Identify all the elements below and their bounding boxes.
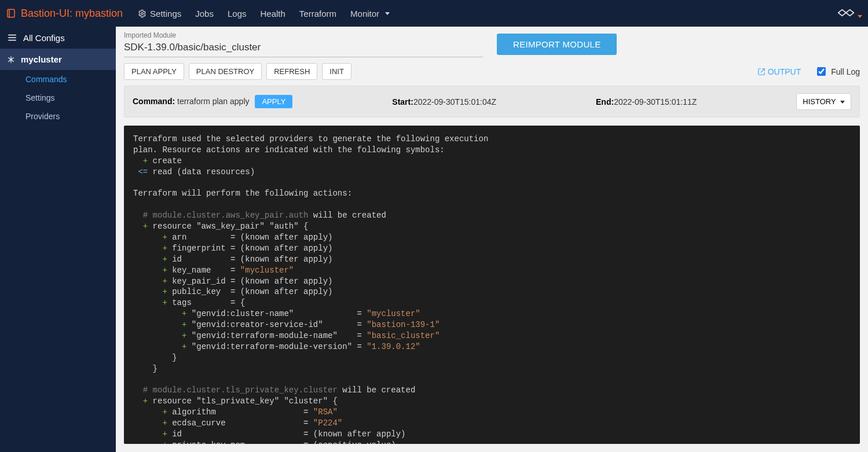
asterisk-icon — [7, 56, 15, 64]
nav-terraform[interactable]: Terraform — [292, 0, 343, 27]
command-field: Command: terraform plan apply APPLY — [133, 95, 292, 108]
svg-rect-0 — [8, 9, 14, 17]
history-button[interactable]: HISTORY — [796, 93, 851, 110]
main-panel: Imported Module SDK-1.39.0/basic/basic_c… — [116, 27, 868, 452]
svg-point-2 — [141, 12, 144, 14]
sidebar-item-all-configs[interactable]: All Configs — [0, 27, 116, 49]
command-value: terraform plan apply — [177, 97, 250, 106]
brand-link[interactable]: Bastion-UI: mybastion — [6, 8, 123, 20]
module-label: Imported Module — [124, 31, 483, 39]
chevron-down-icon — [385, 12, 390, 15]
brand-icon — [6, 8, 16, 19]
module-path[interactable]: SDK-1.39.0/basic/basic_cluster — [124, 39, 483, 57]
output-link[interactable]: OUTPUT — [757, 67, 801, 76]
list-icon — [7, 32, 17, 43]
terraform-log[interactable]: Terraform used the selected providers to… — [124, 126, 860, 444]
start-value: 2022-09-30T15:01:04Z — [413, 97, 496, 106]
nav-monitor[interactable]: Monitor — [343, 0, 397, 27]
end-field: End:2022-09-30T15:01:11Z — [596, 97, 697, 106]
nav-health-label: Health — [261, 9, 285, 19]
start-field: Start:2022-09-30T15:01:04Z — [392, 97, 496, 106]
nav-settings-label: Settings — [150, 9, 181, 19]
output-link-label: OUTPUT — [768, 67, 801, 76]
end-label: End: — [596, 97, 614, 106]
refresh-button[interactable]: REFRESH — [266, 63, 317, 80]
sidebar-all-configs-label: All Configs — [23, 33, 65, 43]
nav-terraform-label: Terraform — [299, 9, 336, 19]
plan-destroy-button[interactable]: PLAN DESTROY — [189, 63, 262, 80]
init-button[interactable]: INIT — [322, 63, 351, 80]
terraform-log-content: Terraform used the selected providers to… — [124, 126, 860, 444]
vendor-logo[interactable] — [837, 6, 862, 21]
nav-health[interactable]: Health — [254, 0, 292, 27]
sidebar-sub-commands[interactable]: Commands — [0, 70, 116, 89]
nav-jobs[interactable]: Jobs — [188, 0, 221, 27]
plan-apply-button[interactable]: PLAN APPLY — [124, 63, 184, 80]
full-log-checkbox[interactable] — [817, 67, 826, 76]
history-button-label: HISTORY — [803, 97, 836, 106]
reimport-module-button[interactable]: REIMPORT MODULE — [497, 34, 617, 55]
full-log-toggle[interactable]: Full Log — [815, 65, 860, 78]
command-bar: Command: terraform plan apply APPLY Star… — [124, 86, 860, 117]
nav-monitor-label: Monitor — [350, 9, 379, 19]
sidebar-cluster-label: mycluster — [21, 54, 62, 64]
nav-jobs-label: Jobs — [195, 9, 214, 19]
chevron-down-icon — [858, 15, 862, 18]
sidebar-sub-providers[interactable]: Providers — [0, 107, 116, 126]
top-nav: Bastion-UI: mybastion Settings Jobs Logs… — [0, 0, 868, 27]
sidebar-sub-settings[interactable]: Settings — [0, 89, 116, 107]
full-log-label: Full Log — [831, 67, 860, 76]
brand-title: Bastion-UI: mybastion — [21, 8, 123, 20]
chevron-down-icon — [840, 101, 845, 104]
command-label: Command: — [133, 97, 175, 106]
sidebar: All Configs mycluster Commands Settings … — [0, 27, 116, 452]
external-link-icon — [757, 68, 766, 76]
genvid-icon — [837, 6, 855, 19]
nav-settings[interactable]: Settings — [131, 0, 188, 27]
gear-icon — [138, 9, 147, 18]
end-value: 2022-09-30T15:01:11Z — [614, 97, 697, 106]
start-label: Start: — [392, 97, 413, 106]
nav-logs[interactable]: Logs — [221, 0, 254, 27]
nav-logs-label: Logs — [228, 9, 247, 19]
apply-button[interactable]: APPLY — [255, 95, 292, 108]
sidebar-item-cluster[interactable]: mycluster — [0, 49, 116, 70]
